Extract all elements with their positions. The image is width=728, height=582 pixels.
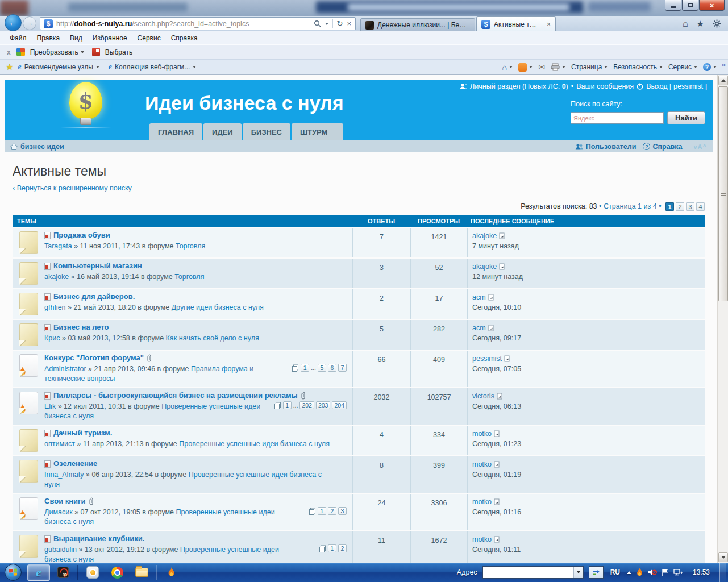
mini-page-button[interactable]: 1 [283,401,292,409]
topic-title-link[interactable]: Дачный туризм. [53,429,112,438]
help-menu-button[interactable]: ? [703,63,717,71]
chevron-down-icon[interactable] [193,66,196,68]
author-link[interactable]: Administrator [44,365,86,373]
scroll-up-button[interactable] [718,76,728,85]
mini-page-button[interactable]: 1 [318,507,326,515]
page-button[interactable]: 1 [665,202,674,211]
last-post-author-link[interactable]: acm [472,293,486,302]
taskbar-app-explorer[interactable] [130,564,153,581]
gear-icon[interactable] [713,19,721,28]
topic-title-link[interactable]: Конкурс "Логотип форума" [44,354,144,363]
taskbar-app-calendar[interactable] [52,564,74,581]
last-post-author-link[interactable]: acm [472,323,486,332]
page-button[interactable]: 3 [686,202,694,211]
topic-title-link[interactable]: Бизнес для дайверов. [53,292,135,301]
address-combobox[interactable] [482,566,584,579]
taskbar-app-disc[interactable] [81,564,104,581]
read-mail-icon[interactable]: ✉ [538,63,545,71]
flame-tray-icon[interactable] [636,568,643,577]
combo-dropdown-icon[interactable] [573,567,583,578]
tab-close-icon[interactable]: × [547,20,551,28]
back-button[interactable]: ← [5,14,22,31]
forum-link[interactable]: Как начать своё дело с нуля [166,334,259,342]
topic-title-link[interactable]: Продажа обуви [53,231,110,240]
goto-last-post-icon[interactable] [488,294,494,301]
address-combo-input[interactable] [483,567,573,578]
search-input[interactable] [571,112,664,124]
author-link[interactable]: оптимист [44,440,75,448]
topic-title-link[interactable]: Озеленение [53,459,97,468]
tray-expand-icon[interactable] [627,571,631,574]
home-menu-button[interactable]: ⌂ [502,63,513,72]
site-logo[interactable]: $ [60,82,111,128]
taskbar-clock[interactable]: 13:53 [688,568,714,576]
favorites-star-icon[interactable]: ★ [697,19,704,28]
taskbar-app-flame[interactable] [160,564,182,581]
last-post-author-link[interactable]: akajoke [472,262,497,271]
mini-page-button[interactable]: 2 [338,544,347,552]
last-post-author-link[interactable]: motko [472,460,492,469]
author-link[interactable]: Elik [44,402,56,410]
goto-last-post-icon[interactable] [499,263,505,270]
last-post-author-link[interactable]: motko [472,535,492,544]
page-menu-button[interactable]: Страница [571,63,608,71]
last-post-author-link[interactable]: victoris [472,392,494,401]
tools-menu-button[interactable]: Сервис [668,63,697,71]
mini-page-button[interactable]: 3 [338,507,347,515]
favorites-bar-item[interactable]: eРекомендуемые узлы [18,63,99,72]
convert-button[interactable]: Преобразовать [16,48,84,56]
page-button[interactable]: 2 [676,202,684,211]
site-nav-tab-идеи[interactable]: ИДЕИ [203,123,242,140]
topic-title-link[interactable]: Пилларсы - быстроокупающийся бизнес на р… [53,391,298,400]
topic-title-link[interactable]: Выращивание клубники. [53,534,144,543]
personal-section-link[interactable]: Личный раздел (Новых ЛС: 0) [470,82,568,90]
search-icon[interactable] [314,20,321,27]
print-button[interactable] [551,63,565,71]
site-nav-tab-бизнес[interactable]: БИЗНЕС [243,123,290,140]
goto-last-post-icon[interactable] [497,393,503,400]
goto-last-post-icon[interactable] [494,536,500,543]
vertical-scrollbar[interactable] [717,75,728,563]
menu-item[interactable]: Правка [32,34,65,42]
mini-page-button[interactable]: 1 [328,544,336,552]
network-icon[interactable] [673,568,683,576]
select-button[interactable]: Выбрать [84,48,132,56]
author-link[interactable]: gfhfien [44,304,66,311]
goto-last-post-icon[interactable] [499,232,505,239]
author-link[interactable]: Димасик [44,508,73,516]
mini-page-button[interactable]: 202 [299,401,314,409]
start-button[interactable] [5,564,22,581]
browser-tab-inactive[interactable]: Денежные иллюзии... | Бегст... [360,18,475,31]
minimize-button[interactable] [665,0,681,11]
stop-icon[interactable]: × [347,20,351,27]
mini-page-button[interactable]: 6 [328,364,336,372]
mini-page-button[interactable]: 204 [332,401,347,409]
goto-last-post-icon[interactable] [494,461,500,468]
security-menu-button[interactable]: Безопасность [613,63,663,71]
mini-page-button[interactable]: 1 [301,364,309,372]
search-dropdown-icon[interactable] [325,23,328,25]
forum-link[interactable]: Другие идеи бизнеса с нуля [172,304,264,311]
author-link[interactable]: Taragata [44,242,72,250]
users-link[interactable]: Пользователи [575,143,637,151]
forward-button[interactable]: → [23,16,36,30]
page-button[interactable]: 4 [696,202,705,211]
menu-item[interactable]: Избранное [88,34,132,42]
last-post-author-link[interactable]: akajoke [472,231,497,240]
logout-link[interactable]: Выход [ pessimist ] [646,82,707,90]
taskbar-app-ie[interactable]: e [27,564,50,581]
home-icon[interactable]: ⌂ [683,19,688,28]
go-button[interactable] [589,566,604,579]
goto-last-post-icon[interactable] [504,355,510,362]
restore-button[interactable] [682,0,698,11]
menu-item[interactable]: Файл [5,34,32,42]
forum-link[interactable]: Торговля [174,273,204,281]
author-link[interactable]: Irina_Almaty [44,471,84,479]
font-resize-control[interactable]: vA^ [694,143,708,150]
goto-last-post-icon[interactable] [488,325,494,331]
chevron-down-icon[interactable] [96,66,99,68]
site-nav-tab-главная[interactable]: ГЛАВНАЯ [149,123,202,140]
back-to-search-link[interactable]: ‹ Вернуться к расширенному поиску [13,184,132,192]
forum-link[interactable]: Проверенные успешные идеи бизнеса с нуля [179,440,330,448]
last-post-author-link[interactable]: motko [472,429,492,438]
